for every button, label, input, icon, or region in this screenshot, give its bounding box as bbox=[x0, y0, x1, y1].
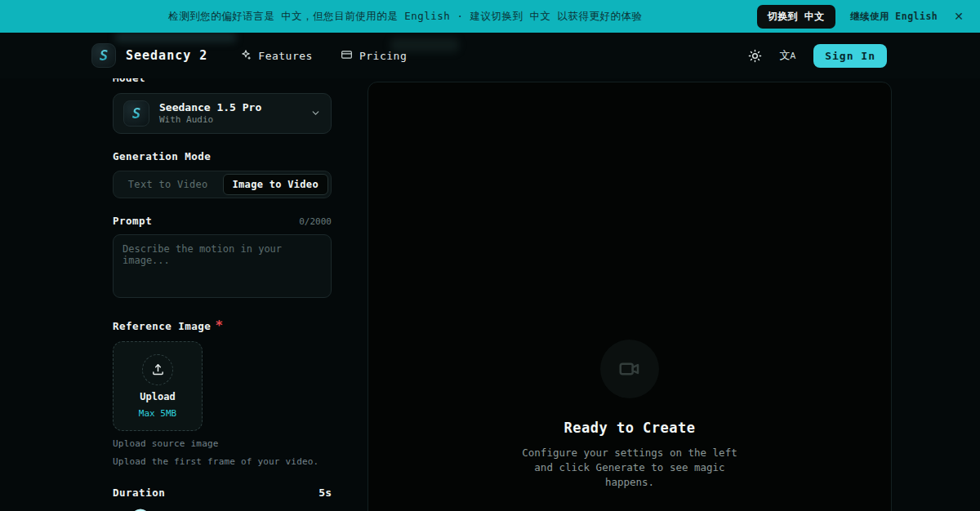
language-banner-actions: 切换到 中文 继续使用 English ✕ bbox=[757, 5, 965, 29]
credit-card-icon bbox=[341, 49, 353, 63]
tab-image-to-video[interactable]: Image to Video bbox=[223, 174, 329, 195]
model-label: Model bbox=[113, 78, 332, 84]
reference-image-section: Reference Image* Upload Max 5MB Upload s… bbox=[113, 318, 332, 467]
video-camera-icon bbox=[600, 340, 659, 398]
generation-mode-label: Generation Mode bbox=[113, 150, 332, 162]
empty-state: Ready to Create Configure your settings … bbox=[510, 340, 749, 490]
continue-english-button[interactable]: 继续使用 English bbox=[850, 11, 938, 23]
upload-dropzone[interactable]: Upload Max 5MB bbox=[113, 341, 203, 431]
upload-caption: Upload source image bbox=[113, 438, 332, 449]
reference-image-label: Reference Image bbox=[113, 320, 211, 332]
sparkles-icon bbox=[240, 49, 252, 63]
sign-in-button[interactable]: Sign In bbox=[813, 44, 887, 68]
nav-link-pricing[interactable]: Pricing bbox=[341, 49, 407, 63]
prompt-input[interactable] bbox=[113, 234, 332, 298]
nav-links: Features Pricing bbox=[240, 49, 407, 63]
brand-logo-icon: S bbox=[91, 43, 116, 68]
switch-language-button[interactable]: 切换到 中文 bbox=[757, 5, 835, 29]
upload-label: Upload bbox=[140, 391, 175, 402]
preview-panel: Ready to Create Configure your settings … bbox=[368, 82, 892, 511]
close-banner-icon[interactable]: ✕ bbox=[952, 9, 965, 24]
tab-text-to-video[interactable]: Text to Video bbox=[116, 174, 220, 195]
duration-header: Duration 5s bbox=[113, 487, 332, 499]
duration-label: Duration bbox=[113, 487, 165, 499]
model-logo-icon: S bbox=[123, 100, 149, 127]
upload-max-size: Max 5MB bbox=[139, 408, 176, 419]
page-content: Model S Seedance 1.5 Pro With Audio Gene… bbox=[0, 78, 980, 511]
language-banner-message: 检测到您的偏好语言是 中文，但您目前使用的是 English · 建议切换到 中… bbox=[15, 10, 747, 24]
nav-actions: 文A Sign In bbox=[748, 44, 887, 68]
nav-link-features[interactable]: Features bbox=[240, 49, 313, 63]
upload-hint: Upload the first frame of your video. bbox=[113, 456, 332, 467]
prompt-section: Prompt 0/2000 bbox=[113, 215, 332, 301]
theme-toggle-sun-icon[interactable] bbox=[748, 49, 762, 63]
generation-mode-section: Generation Mode Text to Video Image to V… bbox=[113, 150, 332, 198]
duration-value: 5s bbox=[318, 487, 332, 499]
model-name: Seedance 1.5 Pro bbox=[159, 101, 301, 114]
brand[interactable]: S Seedancy 2 bbox=[91, 43, 207, 68]
upload-icon bbox=[142, 354, 173, 385]
blur-artifact bbox=[114, 33, 237, 42]
generation-mode-tabs: Text to Video Image to Video bbox=[113, 171, 332, 198]
required-marker: * bbox=[215, 318, 223, 333]
language-switch-icon[interactable]: 文A bbox=[780, 48, 796, 63]
model-select[interactable]: S Seedance 1.5 Pro With Audio bbox=[113, 93, 332, 134]
brand-name: Seedancy 2 bbox=[126, 48, 207, 63]
settings-sidebar: Model S Seedance 1.5 Pro With Audio Gene… bbox=[113, 78, 332, 511]
prompt-char-counter: 0/2000 bbox=[299, 216, 332, 227]
empty-state-title: Ready to Create bbox=[564, 420, 695, 436]
empty-state-subtitle: Configure your settings on the left and … bbox=[510, 446, 749, 490]
model-subtitle: With Audio bbox=[159, 114, 301, 126]
top-nav: S Seedancy 2 Features Pricing 文A Sign In bbox=[0, 33, 980, 78]
chevron-down-icon bbox=[310, 106, 321, 122]
prompt-label: Prompt bbox=[113, 215, 152, 227]
language-banner: 检测到您的偏好语言是 中文，但您目前使用的是 English · 建议切换到 中… bbox=[0, 0, 980, 33]
